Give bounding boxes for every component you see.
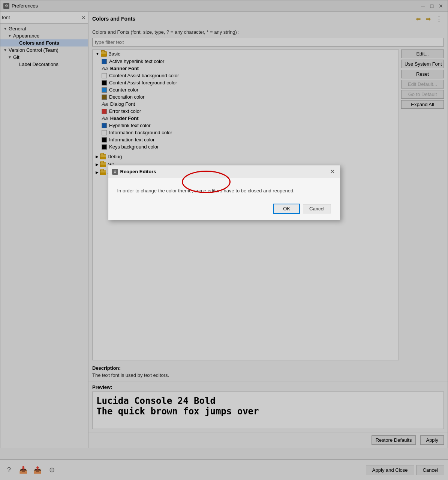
modal-message: In order to change the color theme, some… xyxy=(117,187,331,195)
modal-title-left: ⚙ Reopen Editors xyxy=(112,169,156,175)
reopen-editors-dialog: ⚙ Reopen Editors ✕ In order to change th… xyxy=(108,165,340,220)
modal-overlay: ⚙ Reopen Editors ✕ In order to change th… xyxy=(0,0,448,480)
modal-ok-button[interactable]: OK xyxy=(273,204,300,214)
modal-title-text: Reopen Editors xyxy=(120,169,156,174)
modal-close-button[interactable]: ✕ xyxy=(328,167,336,176)
modal-buttons: OK Cancel xyxy=(117,204,331,214)
modal-cancel-button[interactable]: Cancel xyxy=(303,204,331,213)
modal-body: In order to change the color theme, some… xyxy=(108,178,340,220)
modal-icon: ⚙ xyxy=(112,169,118,175)
modal-title-bar: ⚙ Reopen Editors ✕ xyxy=(108,165,340,178)
